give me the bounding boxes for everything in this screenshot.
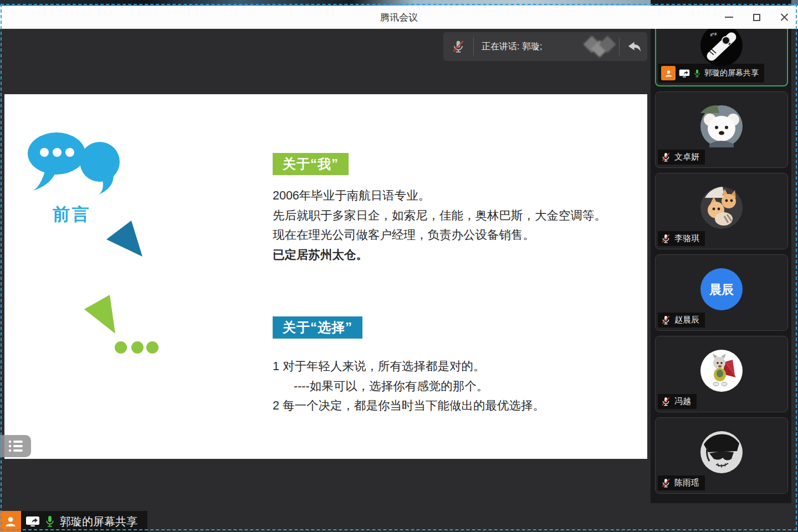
participant-tile-chenyuyao[interactable]: 陈雨瑶	[655, 417, 788, 494]
about-me-line: 2006年毕业于南航日语专业。	[273, 186, 606, 206]
divider	[473, 38, 474, 55]
speaking-now-label: 正在讲话: 郭璇;	[482, 41, 542, 53]
meeting-window: 腾讯会议 正在讲话: 郭璇;	[0, 0, 798, 532]
participant-tile-fengyue[interactable]: 冯越	[655, 336, 788, 412]
about-me-text: 2006年毕业于南航日语专业。 先后就职于多家日企，如索尼，佳能，奥林巴斯，大金…	[273, 186, 606, 265]
maximize-button[interactable]	[750, 11, 763, 23]
about-choice-line: ----如果可以，选择你有感觉的那个。	[273, 377, 545, 397]
mic-on-icon	[693, 68, 701, 79]
window-controls	[723, 6, 790, 29]
participant-name-bar: 郭璇的屏幕共享	[658, 64, 764, 83]
close-button[interactable]	[778, 11, 790, 23]
participant-name: 陈雨瑶	[674, 478, 699, 488]
slide-decor-graphics	[4, 94, 182, 360]
shared-slide: 前言 关于“我” 2006年毕业于南航日语专业。 先后就职于多家日企，如索尼，佳…	[4, 94, 647, 459]
mic-on-icon	[44, 514, 55, 529]
about-me-highlight: 已定居苏州太仓。	[273, 245, 606, 265]
person-icon	[3, 514, 18, 529]
participant-name: 李骆琪	[674, 233, 699, 244]
about-choice-header: 关于“选择”	[273, 316, 362, 339]
participant-name: 冯越	[674, 396, 691, 407]
mic-off-icon	[661, 233, 671, 244]
avatar-initials: 晨辰	[709, 283, 734, 296]
mic-off-icon	[661, 152, 671, 162]
person-icon	[664, 69, 673, 78]
mic-off-icon	[661, 478, 671, 488]
presenter-badge	[0, 511, 21, 532]
about-me-line: 现在在理光公司做客户经理，负责办公设备销售。	[273, 226, 606, 245]
mic-muted-button[interactable]	[443, 39, 473, 54]
avatar	[700, 350, 743, 392]
close-icon	[780, 13, 789, 22]
list-icon	[8, 439, 24, 453]
watermark-logo	[586, 38, 613, 55]
mic-off-icon	[661, 315, 671, 325]
participant-name-bar: 冯越	[658, 394, 697, 409]
reply-arrow-icon	[625, 39, 642, 54]
participant-name-bar: 李骆琪	[658, 231, 705, 246]
mic-off-icon	[661, 396, 671, 407]
participant-name: 郭璇的屏幕共享	[704, 68, 759, 78]
minimize-icon	[725, 17, 733, 18]
screen-share-banner: 郭璇的屏幕共享	[0, 511, 147, 532]
avatar: #*#	[700, 24, 743, 66]
mic-off-icon	[451, 39, 466, 54]
participant-name-bar: 文卓妍	[658, 150, 705, 165]
participant-name: 文卓妍	[674, 152, 699, 162]
maximize-icon	[753, 14, 760, 21]
screen-share-icon	[679, 69, 690, 78]
about-choice-line: 2 每一个决定，都是你当时当下能做出的最优选择。	[273, 396, 545, 416]
preface-label: 前言	[53, 203, 91, 226]
about-choice-line: 1 对于年轻人来说，所有选择都是对的。	[273, 357, 545, 377]
about-choice-text: 1 对于年轻人来说，所有选择都是对的。 ----如果可以，选择你有感觉的那个。 …	[273, 357, 545, 416]
speaking-indicator-bar: 正在讲话: 郭璇;	[443, 32, 647, 61]
minimize-button[interactable]	[723, 11, 735, 23]
participants-sidebar: #*#	[651, 0, 791, 503]
participant-tile-zhaochenchen[interactable]: 晨辰 赵晨辰	[655, 254, 788, 331]
window-title: 腾讯会议	[380, 11, 418, 24]
participant-name-bar: 赵晨辰	[658, 313, 705, 328]
meeting-toolbar-toggle[interactable]	[0, 435, 31, 457]
screen-share-icon	[25, 515, 40, 528]
participant-tile-wenzhuoyan[interactable]: 文卓妍	[655, 91, 788, 168]
participant-tile-liluoqi[interactable]: 李骆琪	[655, 173, 788, 249]
return-arrow-button[interactable]	[620, 39, 647, 54]
avatar	[700, 187, 743, 229]
share-banner-label: 郭璇的屏幕共享	[60, 514, 137, 529]
about-me-line: 先后就职于多家日企，如索尼，佳能，奥林巴斯，大金空调等。	[273, 206, 606, 226]
window-titlebar: 腾讯会议	[0, 6, 798, 29]
avatar	[700, 431, 743, 473]
presenter-badge	[661, 66, 676, 80]
avatar	[700, 105, 743, 147]
avatar: 晨辰	[700, 268, 743, 310]
participant-name-bar: 陈雨瑶	[658, 475, 705, 490]
participant-name: 赵晨辰	[674, 315, 699, 325]
about-me-header: 关于“我”	[273, 153, 349, 175]
